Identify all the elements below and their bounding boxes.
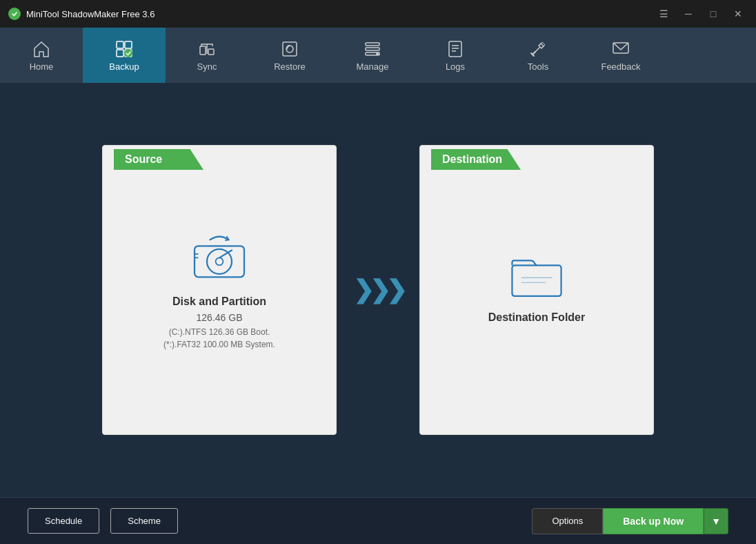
destination-header-bg: Destination [431,149,521,170]
backup-now-button[interactable]: Back up Now [603,508,704,534]
title-bar-left: MiniTool ShadowMaker Free 3.6 [8,8,155,20]
main-content: Source [0,83,756,497]
nav-sync-label: Sync [197,61,217,72]
title-bar: MiniTool ShadowMaker Free 3.6 ☰ ─ □ ✕ [0,0,756,28]
svg-rect-10 [366,43,379,46]
destination-card[interactable]: Destination Destination Folder [419,145,654,435]
source-header-label: Source [125,153,162,165]
maximize-button[interactable]: □ [704,7,723,21]
source-card[interactable]: Source [102,145,337,435]
svg-point-13 [376,52,379,55]
nav-home-label: Home [30,61,54,72]
bottom-right: Options Back up Now ▼ [532,508,728,534]
nav-feedback-label: Feedback [601,61,640,72]
close-button[interactable]: ✕ [728,7,748,21]
source-header-bg: Source [114,149,203,170]
svg-rect-20 [195,246,244,277]
backup-icon [115,39,134,59]
sync-icon [197,39,217,59]
svg-rect-2 [125,41,132,48]
folder-icon [509,252,564,300]
nav-sync[interactable]: Sync [166,28,248,83]
tools-icon [528,39,548,59]
backup-dropdown-button[interactable]: ▼ [704,508,728,534]
source-desc: (C:).NTFS 126.36 GB Boot. (*:).FAT32 100… [163,326,275,351]
svg-point-0 [10,10,19,18]
home-icon [32,39,51,59]
nav-restore-label: Restore [274,61,306,72]
nav-feedback[interactable]: Feedback [579,28,662,83]
destination-title: Destination Folder [488,311,585,324]
menu-button[interactable]: ☰ [654,7,673,21]
source-size: 126.46 GB [197,312,243,323]
destination-header: Destination [420,146,532,173]
nav-backup-label: Backup [109,61,139,72]
destination-header-label: Destination [442,153,502,165]
minimize-button[interactable]: ─ [679,7,698,21]
nav-bar: Home Backup Sync [0,28,756,83]
backup-area: Source [28,145,728,435]
bottom-bar: Schedule Scheme Options Back up Now ▼ [0,497,756,544]
disk-icon [188,229,250,284]
svg-rect-11 [366,48,379,50]
source-title: Disk and Partition [172,295,266,308]
arrow-area: ❯❯❯ [337,275,419,304]
svg-rect-7 [208,49,214,55]
svg-point-22 [216,258,223,265]
logs-icon [446,39,465,59]
nav-manage[interactable]: Manage [331,28,414,83]
scheme-button[interactable]: Scheme [110,508,178,534]
app-logo [8,8,21,20]
svg-rect-8 [283,42,297,56]
source-header: Source [103,146,215,173]
options-button[interactable]: Options [532,508,603,534]
nav-tools[interactable]: Tools [497,28,579,83]
nav-logs[interactable]: Logs [414,28,497,83]
svg-rect-1 [117,41,123,48]
nav-home[interactable]: Home [0,28,83,83]
schedule-button[interactable]: Schedule [28,508,99,534]
svg-rect-6 [200,46,206,55]
nav-backup[interactable]: Backup [83,28,166,83]
nav-logs-label: Logs [446,61,465,72]
arrow-icon: ❯❯❯ [353,275,403,304]
svg-rect-3 [117,50,123,57]
restore-icon [280,39,299,59]
svg-rect-14 [449,41,461,57]
bottom-left: Schedule Scheme [28,508,178,534]
nav-restore[interactable]: Restore [248,28,331,83]
window-controls: ☰ ─ □ ✕ [654,7,748,21]
app-title: MiniTool ShadowMaker Free 3.6 [26,9,155,19]
nav-tools-label: Tools [528,61,548,72]
svg-rect-26 [512,265,561,295]
manage-icon [363,39,382,59]
feedback-icon [611,39,630,59]
nav-manage-label: Manage [357,61,389,72]
svg-point-5 [124,49,132,57]
